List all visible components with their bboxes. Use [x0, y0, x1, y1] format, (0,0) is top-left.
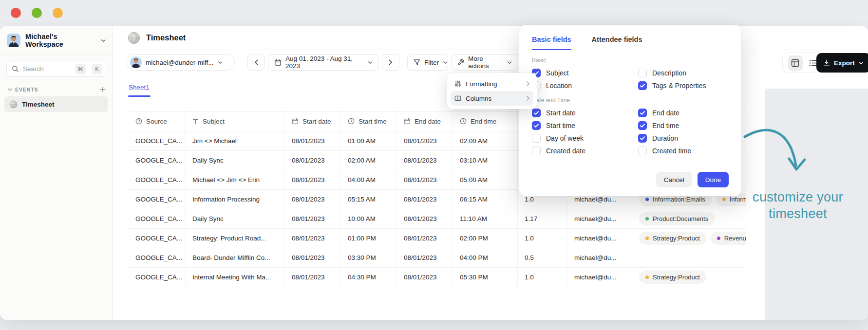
field-option-end-time[interactable]: End time — [638, 121, 729, 130]
end-date-cell: 08/01/2023 — [397, 248, 453, 267]
start-time-cell: 05:15 AM — [341, 190, 397, 209]
field-option-tags-properties[interactable]: Tags & Properties — [638, 81, 729, 90]
duration-cell: 1.0 — [518, 229, 567, 248]
filter-funnel-icon — [414, 59, 420, 66]
field-option-start-time[interactable]: Start time — [532, 121, 638, 130]
column-header-start-time[interactable]: Start time — [341, 111, 397, 131]
sidebar-item-timesheet[interactable]: Timesheet — [4, 96, 108, 112]
calendar-cell: michael@du... — [567, 229, 633, 248]
tab-sheet1[interactable]: Sheet1 — [129, 84, 150, 91]
close-window-icon[interactable] — [11, 8, 21, 18]
tag-pill[interactable]: Strategy:Product — [639, 232, 706, 245]
checkbox-unchecked-icon[interactable] — [638, 69, 647, 77]
field-option-start-date[interactable]: Start date — [532, 108, 638, 117]
tag-pill[interactable]: Strategy:Product — [639, 271, 706, 284]
column-header-subject[interactable]: Subject — [186, 111, 285, 131]
field-option-description[interactable]: Description — [638, 68, 729, 77]
events-section-label: EVENTS — [15, 87, 97, 92]
table-row[interactable]: GOOGLE_CA...Board- Dunder Mifflin Co...0… — [129, 248, 746, 268]
menu-item-formatting[interactable]: Formatting — [451, 76, 533, 91]
end-date-cell: 08/01/2023 — [397, 170, 453, 189]
menu-item-columns[interactable]: Columns — [451, 91, 533, 106]
field-option-created-time[interactable]: Created time — [638, 146, 729, 155]
tag-pill[interactable]: Product:Documents — [639, 212, 715, 225]
checkbox-checked-icon[interactable] — [638, 81, 647, 90]
field-option-label: Start date — [546, 109, 576, 117]
start-date-cell: 08/01/2023 — [285, 268, 341, 287]
previous-period-button[interactable] — [247, 54, 265, 71]
field-option-day-of-week[interactable]: Day of week — [532, 133, 638, 143]
end-time-cell: 02:00 PM — [453, 229, 518, 248]
popover-section-label: Basic — [532, 57, 729, 64]
more-actions-button[interactable]: More actions — [451, 54, 518, 71]
workspace-switcher[interactable]: Michael's Workspace — [0, 26, 113, 55]
minimize-window-icon[interactable] — [32, 8, 42, 18]
column-header-start-date[interactable]: Start date — [285, 111, 341, 131]
popover-option-grid: SubjectDescriptionLocationTags & Propert… — [532, 68, 729, 90]
end-time-cell: 04:00 PM — [453, 248, 518, 267]
start-time-cell: 10:00 AM — [341, 209, 397, 228]
zoom-window-icon[interactable] — [53, 8, 63, 18]
field-option-label: Start time — [546, 122, 575, 129]
search-input[interactable]: Search ⌘ K — [6, 61, 106, 77]
source-cell: GOOGLE_CA... — [129, 190, 186, 209]
checkbox-checked-icon[interactable] — [532, 121, 541, 130]
command-key-badge: ⌘ — [75, 64, 86, 74]
table-row[interactable]: GOOGLE_CA...Strategy: Product Road...08/… — [129, 229, 746, 248]
duration-cell: 1.17 — [518, 209, 567, 228]
start-time-cell: 02:00 AM — [341, 151, 397, 170]
checkbox-checked-icon[interactable] — [638, 109, 647, 117]
source-cell: GOOGLE_CA... — [129, 170, 186, 189]
field-option-subject[interactable]: Subject — [532, 68, 638, 77]
checkbox-checked-icon[interactable] — [638, 121, 647, 130]
export-button[interactable]: Export — [816, 53, 868, 73]
tab-basic-fields[interactable]: Basic fields — [532, 36, 571, 50]
tab-attendee-fields[interactable]: Attendee fields — [592, 36, 642, 50]
events-section-header[interactable]: EVENTS — [0, 77, 113, 96]
field-option-created-date[interactable]: Created date — [532, 146, 638, 155]
date-range-selector[interactable]: Aug 01, 2023 - Aug 31, 2023 — [268, 54, 379, 71]
column-header-end-time[interactable]: End time — [453, 111, 518, 131]
source-cell: GOOGLE_CA... — [129, 209, 186, 228]
column-header-source[interactable]: Source — [129, 111, 186, 131]
checkbox-unchecked-icon[interactable] — [532, 134, 541, 143]
popover-tabs: Basic fields Attendee fields — [532, 25, 729, 50]
subject-cell: Jim <> Michael — [186, 131, 285, 150]
field-option-duration[interactable]: Duration — [638, 133, 729, 143]
table-view-button[interactable] — [788, 55, 803, 71]
tags-cell — [633, 248, 746, 267]
clock-icon — [460, 118, 467, 125]
field-option-end-date[interactable]: End date — [638, 108, 729, 117]
start-date-cell: 08/01/2023 — [285, 209, 341, 228]
column-header-end-date[interactable]: End date — [397, 111, 453, 131]
field-option-label: End time — [652, 122, 679, 129]
cancel-button[interactable]: Cancel — [656, 172, 692, 187]
done-button[interactable]: Done — [698, 172, 729, 187]
end-time-cell: 03:10 AM — [453, 151, 518, 170]
page-title: Timesheet — [146, 33, 186, 42]
field-option-location[interactable]: Location — [532, 81, 638, 90]
columns-icon — [454, 95, 461, 102]
end-date-cell: 08/01/2023 — [397, 131, 453, 150]
checkbox-unchecked-icon[interactable] — [532, 147, 541, 155]
checkbox-checked-icon[interactable] — [532, 109, 541, 117]
next-period-button[interactable] — [382, 54, 399, 71]
popover-actions: Cancel Done — [656, 172, 729, 187]
table-row[interactable]: GOOGLE_CA...Internal Meeting With Ma...0… — [129, 268, 746, 287]
end-date-cell: 08/01/2023 — [397, 190, 453, 209]
subject-cell: Daily Sync — [186, 151, 285, 170]
account-selector[interactable]: michael@dunder-miff... — [127, 54, 235, 71]
annotation-line1: customize your — [744, 189, 851, 205]
field-option-label: Created time — [652, 147, 691, 155]
start-date-cell: 08/01/2023 — [285, 170, 341, 189]
filter-button[interactable]: Filter — [407, 54, 448, 71]
table-row[interactable]: GOOGLE_CA...Daily Sync08/01/202310:00 AM… — [129, 209, 746, 229]
add-event-sheet-icon[interactable] — [100, 87, 106, 92]
checkbox-unchecked-icon[interactable] — [638, 147, 647, 155]
text-icon — [192, 118, 199, 125]
checkbox-checked-icon[interactable] — [638, 134, 647, 143]
chevron-down-icon — [443, 61, 448, 64]
duration-cell: 0.5 — [518, 248, 567, 267]
tag-pill[interactable]: Revenue — [711, 232, 746, 245]
tag-color-dot — [645, 275, 649, 279]
